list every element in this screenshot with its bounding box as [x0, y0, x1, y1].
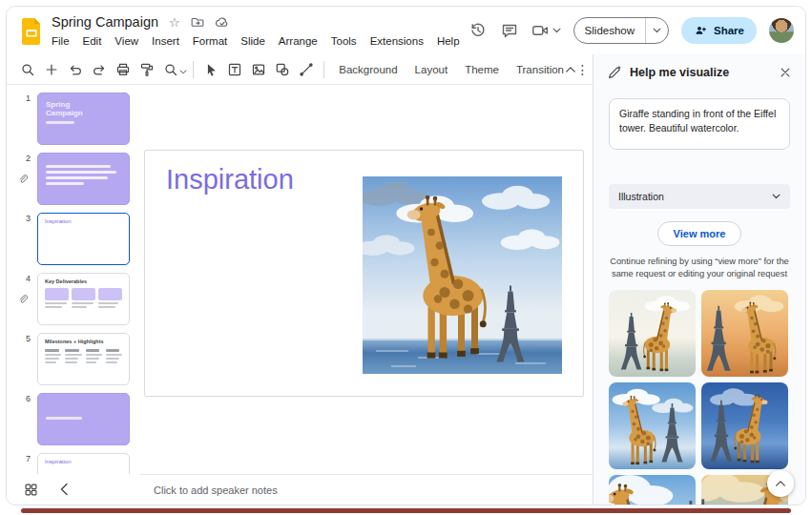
slideshow-button[interactable]: Slideshow [573, 17, 669, 44]
share-people-icon [694, 24, 708, 37]
watercolor-scene [363, 176, 562, 374]
menu-view[interactable]: View [108, 33, 145, 49]
view-more-button[interactable]: View more [657, 221, 742, 246]
giraffe-eiffel-art [609, 382, 696, 469]
paint-format-button[interactable] [135, 58, 157, 81]
shape-icon [275, 62, 290, 77]
plus-icon [44, 62, 59, 77]
current-slide[interactable]: Inspiration [144, 150, 584, 397]
menu-format[interactable]: Format [186, 33, 234, 49]
generated-images-grid [609, 290, 790, 505]
generated-image-thumbnail-5[interactable] [609, 475, 696, 505]
slide-thumbnail-6[interactable] [37, 393, 130, 445]
slide-thumbnail-7[interactable]: Inspiration [37, 453, 130, 474]
menubar: File Edit View Insert Format Slide Arran… [45, 33, 467, 49]
insert-shape-button[interactable] [272, 58, 294, 81]
cloud-saved-icon[interactable] [215, 15, 229, 30]
zoom-button[interactable] [159, 58, 181, 81]
insert-line-button[interactable] [295, 58, 317, 81]
menu-slide[interactable]: Slide [234, 33, 272, 49]
app-window: Spring Campaign ☆ File Edit View Insert … [6, 6, 806, 505]
meet-button[interactable] [531, 22, 561, 39]
generated-image-thumbnail-4[interactable] [701, 382, 788, 469]
prompt-input[interactable]: Giraffe standing in front of the Eiffel … [609, 98, 790, 150]
generated-image-thumbnail-1[interactable] [609, 290, 696, 377]
panel-header: Help me visualize [593, 54, 805, 91]
slide-thumbnail-1[interactable]: Spring Campaign [37, 93, 130, 145]
thumb-title: Inspiration [38, 214, 129, 224]
generated-image-thumbnail-2[interactable] [701, 290, 788, 377]
collapse-filmstrip-button[interactable] [57, 481, 71, 498]
comments-icon[interactable] [500, 21, 519, 40]
undo-button[interactable] [65, 58, 87, 81]
slide-thumbnail-3-selected[interactable]: Inspiration [37, 213, 130, 265]
editor-canvas: Inspiration [140, 86, 593, 474]
redo-icon [92, 62, 107, 77]
avatar[interactable] [769, 18, 794, 43]
slide-title-text[interactable]: Inspiration [166, 164, 294, 196]
layout-button[interactable]: Layout [406, 58, 457, 81]
panel-title: Help me visualize [630, 66, 777, 79]
chevron-up-icon [775, 480, 786, 487]
menu-help[interactable]: Help [430, 33, 467, 49]
select-tool-button[interactable] [200, 58, 222, 81]
filmstrip-row-3: 3 Inspiration [7, 213, 140, 265]
slideshow-dropdown[interactable] [646, 28, 668, 33]
slide-number: 2 [26, 154, 31, 163]
paperclip-icon [17, 292, 29, 309]
print-button[interactable] [112, 58, 134, 81]
search-menus-button[interactable] [17, 58, 39, 81]
generated-image-thumbnail-3[interactable] [609, 382, 696, 469]
text-box-button[interactable] [224, 58, 246, 81]
zoom-caret-icon[interactable] [179, 70, 187, 74]
close-icon [779, 66, 792, 79]
menu-file[interactable]: File [45, 33, 76, 49]
menu-edit[interactable]: Edit [76, 33, 109, 49]
collapse-toolbar-button[interactable] [559, 58, 582, 81]
slide-number: 4 [26, 274, 31, 283]
share-button[interactable]: Share [681, 17, 757, 44]
theme-button[interactable]: Theme [456, 58, 508, 81]
meet-caret-icon [552, 28, 561, 33]
slide-image-giraffe-eiffel[interactable] [363, 176, 562, 374]
chevron-up-icon [565, 66, 576, 73]
slide-number: 6 [26, 394, 31, 403]
filmstrip-row-5: 5 Milestones + Highlights [7, 333, 140, 385]
slide-thumbnail-2[interactable] [37, 153, 130, 205]
filmstrip-footer [7, 474, 140, 505]
version-history-icon[interactable] [468, 21, 488, 40]
paperclip-icon [17, 172, 29, 189]
document-title[interactable]: Spring Campaign [52, 14, 158, 30]
slideshow-label: Slideshow [574, 25, 645, 36]
menu-arrange[interactable]: Arrange [272, 33, 324, 49]
filmstrip-row-4: 4 Key Deliverables [7, 273, 140, 325]
giraffe-eiffel-art [609, 290, 696, 377]
redo-button[interactable] [89, 58, 111, 81]
style-dropdown-value: Illustration [618, 191, 664, 202]
slide-thumbnail-4[interactable]: Key Deliverables [37, 273, 130, 325]
style-dropdown[interactable]: Illustration [609, 184, 790, 209]
image-icon [251, 62, 266, 77]
slides-logo[interactable] [19, 15, 44, 47]
new-slide-button[interactable] [41, 58, 63, 81]
speaker-notes[interactable]: Click to add speaker notes [140, 474, 593, 505]
star-icon[interactable]: ☆ [169, 16, 180, 29]
menu-insert[interactable]: Insert [145, 33, 186, 49]
insert-image-button[interactable] [248, 58, 270, 81]
bottom-bar: Click to add speaker notes [7, 474, 593, 505]
scroll-to-top-button[interactable] [767, 470, 794, 497]
close-panel-button[interactable] [777, 64, 794, 81]
cursor-icon [203, 62, 219, 77]
undo-icon [68, 62, 83, 77]
move-folder-icon[interactable] [191, 15, 204, 29]
menu-tools[interactable]: Tools [324, 33, 364, 49]
thumbnail-text-placeholder [46, 121, 74, 124]
menu-extensions[interactable]: Extensions [364, 33, 430, 49]
slide-number: 5 [26, 334, 31, 343]
grid-view-button[interactable] [22, 481, 40, 499]
giraffe-eiffel-art [609, 475, 696, 505]
background-button[interactable]: Background [330, 58, 406, 81]
filmstrip-row-6: 6 [7, 393, 140, 445]
slide-thumbnail-5[interactable]: Milestones + Highlights [37, 333, 130, 385]
thumbnail-content-placeholder [38, 349, 129, 363]
